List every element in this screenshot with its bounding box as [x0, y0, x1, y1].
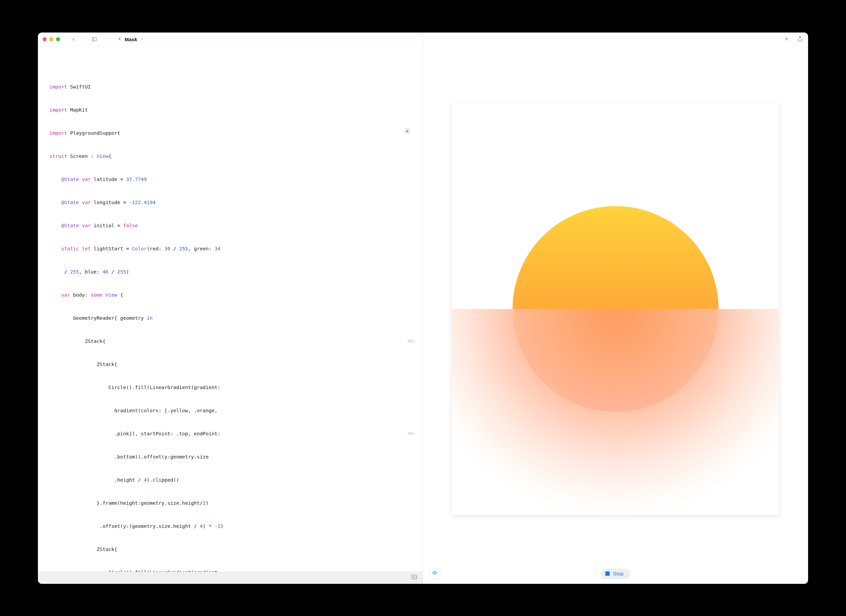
chevron-left-icon	[117, 36, 122, 43]
reflection-area	[452, 309, 779, 515]
panel-up-icon	[411, 574, 417, 580]
stop-button-label: Stop	[613, 571, 624, 577]
app-window: Mask ▣ import SwiftUI import MapKit impo…	[38, 32, 808, 584]
chevron-right-icon	[139, 36, 144, 43]
chevron-left-icon	[71, 37, 76, 42]
exec-count: 49×	[402, 430, 416, 437]
close-window-button[interactable]	[43, 37, 47, 41]
share-button[interactable]	[797, 36, 803, 43]
svg-rect-2	[412, 575, 416, 579]
preview-pane: Stop	[423, 32, 808, 584]
editor-toolbar: Mask	[38, 32, 423, 47]
preview-footer: Stop	[423, 564, 808, 584]
stop-button[interactable]: Stop	[600, 568, 630, 579]
plus-icon	[784, 36, 790, 42]
minimize-window-button[interactable]	[49, 37, 53, 41]
nav-back-button[interactable]	[69, 35, 78, 44]
editor-footer	[38, 572, 423, 584]
preview-toolbar	[423, 32, 808, 47]
zoom-window-button[interactable]	[56, 37, 60, 41]
add-button[interactable]	[784, 36, 790, 43]
live-view	[452, 103, 779, 515]
result-indicator-icon[interactable]: ▣	[405, 128, 410, 134]
breadcrumb[interactable]: Mask	[117, 36, 144, 43]
code-editor[interactable]: ▣ import SwiftUI import MapKit import Pl…	[38, 47, 423, 572]
exec-count: 98×	[402, 337, 416, 345]
stop-icon	[605, 571, 609, 576]
editor-pane: Mask ▣ import SwiftUI import MapKit impo…	[38, 32, 423, 584]
share-icon	[797, 36, 803, 42]
toggle-console-button[interactable]	[411, 574, 417, 581]
performance-gauge-button[interactable]	[429, 568, 440, 579]
sun-reflection	[452, 309, 779, 505]
preview-canvas-area	[423, 47, 808, 564]
sidebar-icon	[91, 37, 97, 42]
svg-rect-0	[92, 38, 96, 41]
gauge-icon	[432, 571, 438, 577]
toggle-sidebar-button[interactable]	[90, 35, 99, 44]
breadcrumb-title: Mask	[124, 37, 137, 42]
window-controls	[43, 37, 60, 41]
